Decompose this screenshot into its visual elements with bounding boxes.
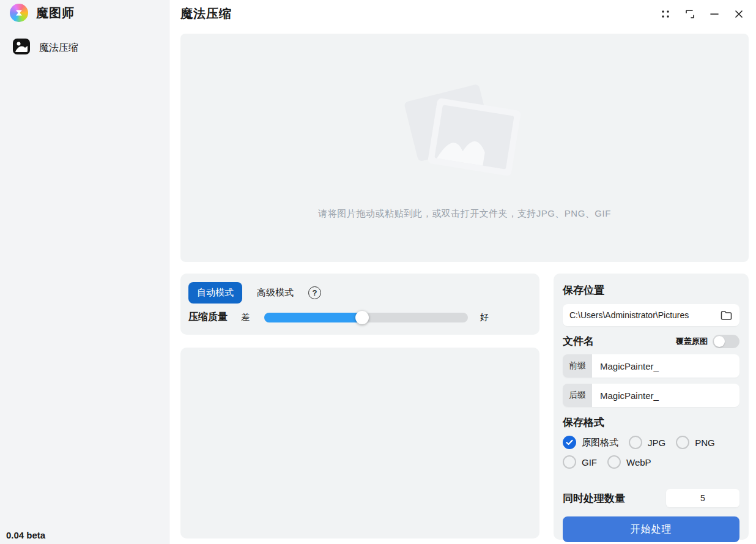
concurrent-label: 同时处理数量 bbox=[563, 491, 625, 505]
tab-auto-mode[interactable]: 自动模式 bbox=[188, 282, 242, 304]
radio-unchecked-icon bbox=[607, 455, 621, 469]
quality-slider-row: 压缩质量 差 好 bbox=[188, 311, 532, 324]
overwrite-toggle[interactable] bbox=[713, 335, 739, 348]
radio-webp[interactable]: WebP bbox=[607, 455, 651, 469]
window-controls bbox=[653, 5, 751, 23]
save-location-title: 保存位置 bbox=[563, 283, 739, 297]
sidebar: 魔图师 魔法压缩 0.04 beta bbox=[0, 0, 169, 544]
folder-icon[interactable] bbox=[719, 308, 733, 322]
results-panel bbox=[180, 348, 539, 538]
radio-original-format[interactable]: 原图格式 bbox=[563, 436, 618, 449]
version-label: 0.04 beta bbox=[6, 530, 45, 540]
radio-jpg[interactable]: JPG bbox=[629, 436, 665, 449]
radio-png[interactable]: PNG bbox=[676, 436, 715, 449]
radio-gif[interactable]: GIF bbox=[563, 455, 597, 469]
slider-fill bbox=[264, 313, 362, 322]
overwrite-label: 覆盖原图 bbox=[676, 336, 708, 347]
format-radio-row-1: 原图格式 JPG PNG bbox=[563, 436, 739, 449]
format-radio-row-2: GIF WebP bbox=[563, 455, 739, 469]
fullscreen-icon[interactable] bbox=[678, 5, 702, 23]
sidebar-item-magic-compress[interactable]: 魔法压缩 bbox=[12, 38, 78, 58]
suffix-input[interactable] bbox=[592, 384, 739, 407]
mode-tabs: 自动模式 高级模式 ? bbox=[188, 282, 532, 304]
suffix-row: 后缀 bbox=[563, 384, 739, 407]
filename-title: 文件名 bbox=[563, 334, 594, 348]
image-icon bbox=[12, 38, 31, 58]
image-dropzone[interactable]: 请将图片拖动或粘贴到此，或双击打开文件夹，支持JPG、PNG、GIF bbox=[180, 34, 749, 262]
slider-max-label: 好 bbox=[480, 312, 489, 323]
dots-grid-icon[interactable] bbox=[653, 5, 678, 23]
save-settings-panel: 保存位置 文件名 覆盖原图 前缀 后缀 bbox=[554, 274, 749, 540]
filename-row: 文件名 覆盖原图 bbox=[563, 334, 739, 348]
minimize-icon[interactable] bbox=[702, 5, 727, 23]
app-window: 魔图师 魔法压缩 0.04 beta 魔法压缩 bbox=[0, 0, 756, 544]
concurrent-count-input[interactable] bbox=[666, 489, 739, 507]
quality-label: 压缩质量 bbox=[188, 311, 228, 324]
dropzone-hint: 请将图片拖动或粘贴到此，或双击打开文件夹，支持JPG、PNG、GIF bbox=[318, 208, 611, 220]
prefix-input[interactable] bbox=[592, 354, 739, 378]
photo-stack-icon bbox=[399, 76, 530, 192]
app-logo-row: 魔图师 bbox=[10, 4, 75, 22]
close-icon[interactable] bbox=[727, 5, 751, 23]
start-processing-button[interactable]: 开始处理 bbox=[563, 516, 739, 542]
radio-unchecked-icon bbox=[563, 455, 576, 469]
toggle-knob bbox=[714, 336, 725, 347]
slider-min-label: 差 bbox=[241, 312, 250, 323]
radio-unchecked-icon bbox=[629, 436, 642, 449]
help-icon[interactable]: ? bbox=[308, 286, 321, 299]
radio-checked-icon bbox=[563, 436, 576, 449]
mode-panel: 自动模式 高级模式 ? 压缩质量 差 好 bbox=[180, 274, 539, 335]
tab-advanced-mode[interactable]: 高级模式 bbox=[254, 282, 296, 304]
radio-unchecked-icon bbox=[676, 436, 689, 449]
prefix-row: 前缀 bbox=[563, 354, 739, 378]
save-location-field bbox=[563, 304, 739, 326]
save-format-title: 保存格式 bbox=[563, 415, 739, 430]
suffix-chip: 后缀 bbox=[563, 384, 592, 407]
save-location-input[interactable] bbox=[569, 310, 719, 320]
app-logo-icon bbox=[10, 4, 28, 22]
quality-slider[interactable] bbox=[264, 313, 468, 322]
concurrent-row: 同时处理数量 bbox=[563, 489, 739, 507]
overwrite-wrap: 覆盖原图 bbox=[676, 335, 739, 348]
app-title: 魔图师 bbox=[36, 5, 75, 21]
sidebar-item-label: 魔法压缩 bbox=[39, 42, 78, 54]
slider-thumb[interactable] bbox=[355, 311, 369, 324]
prefix-chip: 前缀 bbox=[563, 354, 592, 378]
page-title: 魔法压缩 bbox=[180, 6, 232, 22]
